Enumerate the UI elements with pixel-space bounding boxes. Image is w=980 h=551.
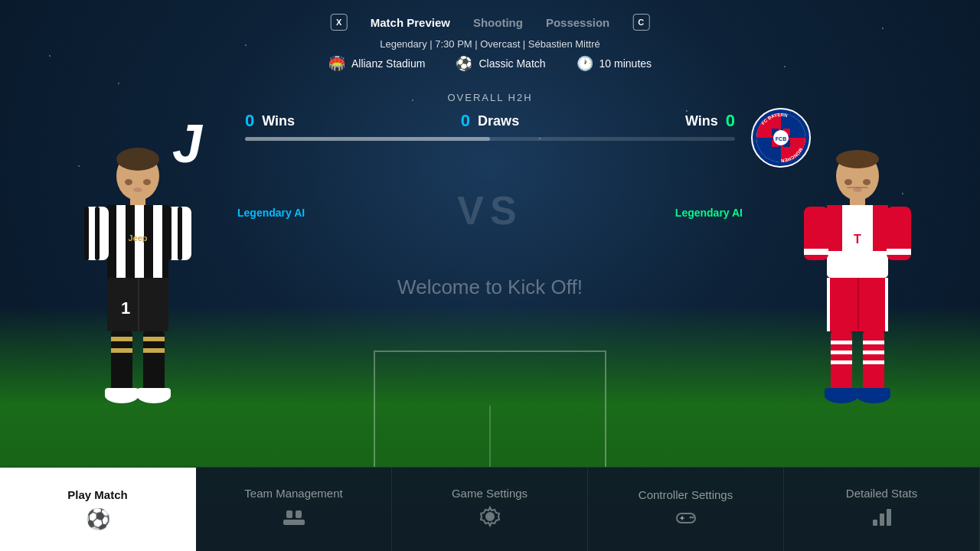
- h2h-bar-fill: [245, 137, 490, 141]
- svg-point-76: [487, 514, 493, 520]
- stats-icon: [871, 506, 893, 533]
- team-management-label: Team Management: [244, 487, 342, 500]
- soccer-ball-icon: ⚽: [86, 507, 110, 531]
- svg-rect-23: [167, 207, 172, 260]
- svg-point-39: [125, 179, 132, 185]
- match-type-detail: ⚽ Classic Match: [456, 55, 545, 72]
- svg-rect-47: [873, 205, 888, 251]
- svg-point-81: [689, 516, 691, 518]
- svg-point-69: [844, 179, 852, 185]
- h2h-section: OVERALL H2H 0 Wins 0 Draws Wins 0: [245, 92, 735, 141]
- left-team-ai-label: Legendary AI: [237, 207, 305, 219]
- x-key-badge: X: [331, 14, 348, 31]
- svg-rect-46: [827, 205, 842, 251]
- svg-rect-63: [863, 350, 884, 354]
- svg-rect-80: [681, 516, 683, 520]
- svg-rect-56: [885, 278, 888, 331]
- svg-rect-30: [111, 348, 132, 353]
- controller-settings-button[interactable]: Controller Settings: [588, 468, 784, 551]
- draws-stat: 0 Draws: [461, 111, 519, 131]
- svg-text:1: 1: [121, 298, 130, 318]
- match-info-text: Legendary | 7:30 PM | Overcast | Sébasti…: [380, 38, 600, 50]
- svg-rect-52: [887, 249, 911, 255]
- detailed-stats-button[interactable]: Detailed Stats: [784, 468, 980, 551]
- svg-rect-20: [84, 207, 89, 260]
- match-duration: 10 minutes: [599, 57, 652, 70]
- match-type: Classic Match: [479, 57, 545, 70]
- draws-number: 0: [461, 111, 470, 131]
- svg-rect-55: [827, 278, 830, 331]
- stadium-name: Allianz Stadium: [351, 57, 426, 70]
- svg-rect-54: [858, 278, 859, 331]
- svg-rect-24: [178, 207, 182, 260]
- controller-icon: [674, 507, 698, 531]
- controller-settings-label: Controller Settings: [639, 488, 733, 501]
- svg-rect-60: [831, 360, 852, 364]
- svg-rect-75: [283, 520, 305, 525]
- ball-icon: ⚽: [456, 55, 472, 72]
- play-match-button[interactable]: Play Match ⚽: [0, 468, 196, 551]
- left-wins-label: Wins: [262, 113, 295, 129]
- juventus-logo: J: [168, 107, 230, 168]
- tab-possession[interactable]: Possession: [546, 16, 609, 29]
- svg-rect-51: [804, 249, 828, 255]
- svg-rect-84: [880, 514, 884, 526]
- play-match-label: Play Match: [67, 488, 127, 501]
- svg-point-40: [143, 179, 151, 185]
- svg-text:FCB: FCB: [776, 136, 786, 142]
- svg-point-70: [863, 179, 871, 185]
- svg-rect-66: [825, 388, 858, 397]
- svg-rect-44: [850, 195, 865, 207]
- right-wins-label: Wins: [685, 113, 718, 129]
- right-player-figure: T: [781, 138, 934, 467]
- h2h-stats-row: 0 Wins 0 Draws Wins 0: [245, 111, 735, 131]
- duration-detail: 🕐 10 minutes: [577, 55, 652, 72]
- svg-text:Jeep: Jeep: [128, 233, 147, 243]
- svg-rect-37: [137, 388, 171, 397]
- svg-rect-21: [95, 207, 100, 260]
- clock-icon: 🕐: [577, 55, 593, 72]
- svg-rect-29: [111, 337, 132, 341]
- draws-label: Draws: [478, 113, 519, 129]
- detailed-stats-label: Detailed Stats: [846, 487, 917, 500]
- tab-shooting[interactable]: Shooting: [473, 16, 523, 29]
- svg-rect-64: [863, 360, 884, 364]
- svg-point-41: [133, 187, 142, 192]
- c-key-badge: C: [632, 14, 649, 31]
- right-wins-number: 0: [726, 111, 735, 131]
- team-management-button[interactable]: Team Management: [196, 468, 392, 551]
- h2h-title: OVERALL H2H: [245, 92, 735, 103]
- svg-rect-59: [831, 350, 852, 354]
- bayern-logo: FCB FC BAYERN MÜNCHEN: [750, 107, 812, 168]
- tab-match-preview[interactable]: Match Preview: [371, 16, 450, 29]
- svg-rect-72: [847, 187, 868, 188]
- right-wins-stat: Wins 0: [685, 111, 735, 131]
- svg-rect-74: [296, 510, 302, 518]
- game-settings-label: Game Settings: [452, 487, 528, 500]
- match-info-bar: Legendary | 7:30 PM | Overcast | Sébasti…: [380, 38, 600, 50]
- game-settings-button[interactable]: Game Settings: [392, 468, 588, 551]
- vs-text: VS: [457, 187, 522, 233]
- svg-rect-68: [857, 388, 890, 397]
- svg-rect-62: [863, 341, 884, 344]
- svg-rect-85: [887, 509, 891, 526]
- svg-text:T: T: [854, 233, 861, 246]
- svg-rect-35: [105, 388, 139, 397]
- svg-point-82: [691, 516, 694, 518]
- right-team-ai-label: Legendary AI: [675, 207, 743, 219]
- svg-rect-26: [138, 278, 139, 331]
- svg-rect-73: [286, 510, 292, 518]
- h2h-progress-bar: [245, 137, 735, 141]
- gear-icon: [479, 506, 501, 533]
- svg-rect-58: [831, 341, 852, 344]
- left-player-figure: 1 Jeep: [61, 138, 214, 467]
- svg-text:J: J: [172, 114, 204, 168]
- svg-rect-13: [130, 195, 145, 207]
- svg-point-43: [836, 150, 879, 168]
- welcome-text: Welcome to Kick Off!: [397, 276, 583, 299]
- svg-rect-33: [143, 348, 165, 353]
- svg-rect-32: [143, 337, 165, 341]
- svg-rect-83: [873, 520, 877, 526]
- match-details-row: 🏟️ Allianz Stadium ⚽ Classic Match 🕐 10 …: [328, 55, 652, 72]
- bottom-action-bar: Play Match ⚽ Team Management Game Settin…: [0, 467, 980, 551]
